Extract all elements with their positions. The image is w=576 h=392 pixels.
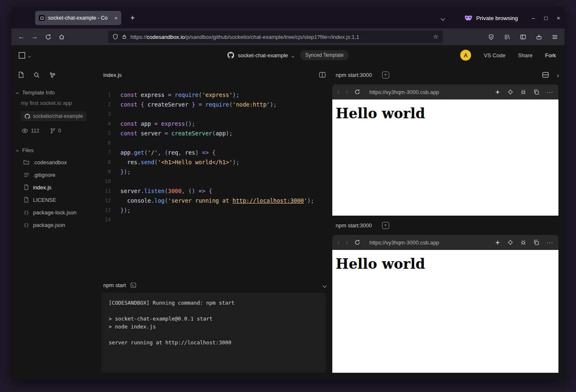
file-item-gitignore[interactable]: .gitignore (11, 168, 100, 181)
code-line[interactable]: 10 (100, 177, 332, 186)
sidebar-rail (11, 65, 100, 84)
code-line[interactable]: 7app.get('/', (req, res) => { (100, 148, 332, 158)
preview-content[interactable]: Hello world (332, 250, 558, 373)
url-bar[interactable]: https://codesandbox.io/p/sandbox/github/… (108, 31, 443, 43)
bug-icon[interactable] (520, 89, 526, 95)
code-line[interactable]: 1const express = require('express'); (100, 90, 332, 100)
project-name[interactable]: socket-chat-example (238, 52, 288, 59)
menu-icon[interactable] (548, 31, 561, 43)
crosshair-icon[interactable] (507, 89, 513, 95)
code-editor[interactable]: 1const express = require('express');2con… (100, 84, 332, 277)
files-panel-icon[interactable] (18, 71, 24, 78)
codesandbox-favicon (39, 15, 45, 21)
editor-tab-indexjs[interactable]: index.js (103, 72, 122, 78)
minimize-button[interactable]: – (527, 15, 540, 21)
crosshair-icon[interactable] (507, 239, 513, 245)
line-number: 1 (100, 90, 111, 100)
save-page-icon[interactable] (532, 31, 545, 43)
line-number: 7 (100, 148, 111, 158)
share-button[interactable]: Share (518, 52, 533, 59)
bookmark-star-icon[interactable]: ☆ (433, 33, 438, 41)
preview-reload-icon[interactable] (354, 89, 360, 95)
sidebar-toggle-icon[interactable] (516, 31, 530, 43)
search-icon[interactable] (33, 72, 40, 78)
duplicate-icon[interactable] (533, 239, 539, 245)
maximize-button[interactable]: □ (540, 15, 552, 21)
csb-menu-button[interactable] (19, 51, 31, 59)
code-line[interactable]: 11server.listen(3000, () => { (100, 186, 332, 196)
preview-tab-label[interactable]: npm start:3000 (336, 72, 372, 78)
file-item-package-lock[interactable]: {} package-lock.json (11, 206, 100, 219)
preview-back-icon[interactable]: ‹ (337, 239, 339, 246)
files-header[interactable]: Files (11, 145, 100, 156)
preview-forward-icon[interactable]: › (346, 88, 348, 96)
more-options-icon[interactable]: ··· (546, 89, 553, 95)
split-editor-icon[interactable] (319, 72, 326, 78)
preview-tab-label[interactable]: npm start:3000 (336, 222, 372, 229)
code-line[interactable]: 5const server = createServer(app); (100, 129, 332, 138)
code-line[interactable]: 12 console.log('server running at http:/… (100, 196, 332, 206)
terminal-line: [CODESANDBOX] Running command: npm start (109, 299, 319, 307)
devtools-icon[interactable] (49, 72, 56, 78)
code-line[interactable]: 14 (100, 215, 332, 225)
code-line[interactable]: 2const { createServer } = require('node:… (100, 100, 332, 109)
preview-toolbar: ‹ › https://vy3hqm-3000.csb.app (332, 84, 558, 99)
terminal-output[interactable]: [CODESANDBOX] Running command: npm start… (101, 293, 326, 373)
preview-content[interactable]: Hello world (332, 99, 558, 216)
code-line[interactable]: 6 (100, 138, 332, 148)
more-options-icon[interactable]: ··· (546, 239, 553, 246)
expand-panel-icon[interactable] (556, 72, 558, 78)
file-item-license[interactable]: LICENSE (11, 193, 100, 206)
protections-icon[interactable] (484, 31, 498, 43)
file-name: .gitignore (33, 172, 55, 178)
github-repo-badge[interactable]: socketio/chat-example (21, 111, 87, 121)
inspect-sparkle-icon[interactable] (495, 240, 500, 245)
library-icon[interactable] (500, 31, 514, 43)
preview-back-icon[interactable]: ‹ (337, 88, 339, 96)
preview-url[interactable]: https://vy3hqm-3000.csb.app (370, 239, 439, 246)
terminal-header[interactable]: npm start (101, 277, 326, 293)
tracking-shield-icon[interactable] (112, 34, 118, 40)
new-tab-button[interactable]: + (127, 14, 138, 23)
file-name: LICENSE (33, 197, 56, 203)
project-chevron-icon[interactable] (292, 51, 294, 59)
reload-icon (45, 34, 51, 40)
forward-button[interactable]: → (28, 31, 41, 43)
back-button[interactable]: ← (15, 31, 28, 43)
add-task-icon[interactable]: + (382, 71, 389, 79)
code-line[interactable]: 3 (100, 109, 332, 119)
close-window-button[interactable]: × (552, 15, 565, 21)
reload-button[interactable] (41, 31, 55, 43)
code-line[interactable]: 13}); (100, 206, 332, 215)
private-browsing-badge: Private browsing (464, 15, 518, 21)
browser-window: socket-chat-example - Co × + Private bro… (11, 8, 565, 380)
terminal-collapse-chevron-icon[interactable] (323, 282, 326, 288)
duplicate-icon[interactable] (533, 89, 539, 95)
file-item-indexjs[interactable]: index.js (11, 181, 100, 193)
preview-url[interactable]: https://vy3hqm-3000.csb.app (370, 89, 439, 95)
preview-toolbar: ‹ › https://vy3hqm-3000.csb.app (332, 235, 558, 250)
list-tabs-chevron-icon[interactable] (441, 14, 444, 22)
preview-reload-icon[interactable] (354, 239, 360, 245)
code-line[interactable]: 4const app = express(); (100, 119, 332, 129)
file-name: index.js (33, 184, 51, 191)
layout-icon[interactable] (542, 72, 549, 78)
code-line[interactable]: 9}); (100, 167, 332, 177)
fork-button[interactable]: Fork (545, 52, 556, 59)
file-item-codesandbox[interactable]: .codesandbox (11, 156, 100, 168)
workspace-header: socket-chat-example Synced Template A VS… (11, 45, 565, 65)
inspect-sparkle-icon[interactable] (495, 89, 500, 95)
lock-icon[interactable] (122, 34, 127, 40)
github-icon (227, 52, 234, 59)
code-line[interactable]: 8 res.send('<h1>Hello world</h1>'); (100, 158, 332, 167)
tab-close-icon[interactable]: × (114, 15, 117, 21)
bug-icon[interactable] (520, 239, 526, 245)
preview-forward-icon[interactable]: › (346, 239, 348, 246)
browser-tab[interactable]: socket-chat-example - Co × (35, 11, 121, 25)
vscode-button[interactable]: VS Code (484, 52, 505, 59)
add-task-icon[interactable]: + (382, 222, 389, 229)
home-button[interactable] (55, 31, 68, 43)
file-item-package[interactable]: {} package.json (11, 219, 100, 231)
template-info-header[interactable]: Template Info (11, 87, 100, 98)
avatar[interactable]: A (460, 50, 471, 61)
